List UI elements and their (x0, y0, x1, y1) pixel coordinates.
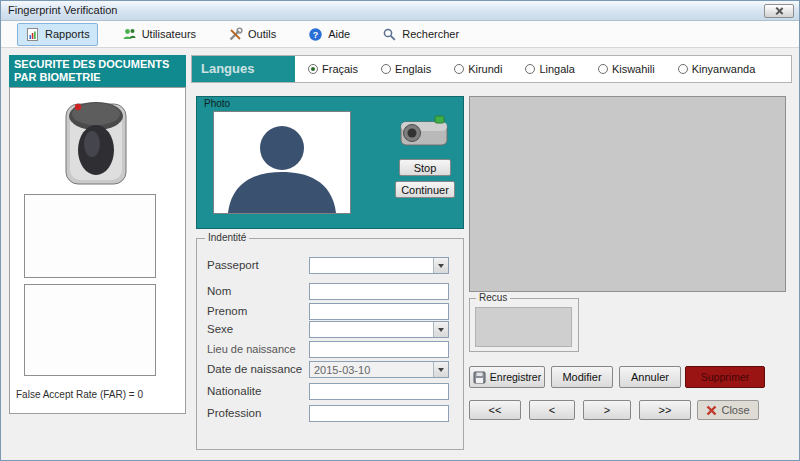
menu-item-aide[interactable]: ? Aide (300, 23, 358, 46)
radio-icon (454, 64, 464, 74)
radio-icon (381, 64, 391, 74)
menu-item-utilisateurs[interactable]: Utilisateurs (114, 23, 204, 46)
close-form-label: Close (721, 404, 749, 416)
radio-label: Lingala (539, 63, 574, 75)
camera-icon (393, 111, 453, 151)
profession-input[interactable] (309, 405, 449, 422)
recus-group-label: Recus (476, 292, 510, 303)
passeport-combo[interactable] (309, 257, 449, 274)
nationalite-input[interactable] (309, 383, 449, 400)
radio-englais[interactable]: Englais (381, 63, 431, 75)
save-button[interactable]: Enregistrer (469, 366, 545, 388)
nav-previous-button[interactable]: < (529, 400, 575, 420)
report-icon (25, 27, 40, 42)
cancel-button[interactable]: Annuler (619, 366, 681, 388)
profession-label: Profession (207, 407, 261, 419)
window-title: Fingerprint Verification (8, 4, 117, 16)
stop-button[interactable]: Stop (399, 159, 451, 176)
delete-button-label: Supprimer (701, 371, 749, 383)
svg-text:?: ? (313, 30, 319, 40)
person-silhouette-icon (214, 112, 350, 213)
menu-item-label: Outils (248, 28, 276, 40)
sexe-label: Sexe (207, 323, 233, 335)
radio-icon (598, 64, 608, 74)
red-x-icon (706, 405, 717, 416)
fingerprint-scanner-image (40, 92, 152, 190)
sidebar-header-line1: SECURITE DES DOCUMENTS (14, 58, 181, 71)
tools-icon (228, 27, 243, 42)
menu-item-outils[interactable]: Outils (220, 23, 284, 46)
dropdown-arrow-icon (433, 322, 448, 337)
window-close-button[interactable] (764, 4, 794, 18)
continue-button[interactable]: Continuer (395, 181, 455, 198)
modify-button-label: Modifier (562, 371, 601, 383)
sexe-combo[interactable] (309, 321, 449, 338)
language-options: Fraçais Englais Kirundi Lingala Kiswahil… (308, 56, 791, 82)
calendar-dropdown-icon (433, 362, 448, 377)
main-area: Photo Stop Continuer Indentité Pass (191, 88, 792, 458)
search-icon (382, 27, 397, 42)
cancel-button-label: Annuler (631, 371, 669, 383)
users-icon (122, 27, 137, 42)
recus-group: Recus (469, 298, 579, 352)
prenom-input[interactable] (309, 303, 449, 320)
delete-button[interactable]: Supprimer (685, 366, 765, 388)
photo-group: Photo Stop Continuer (196, 96, 464, 229)
fingerprint-capture-box-1 (24, 194, 156, 278)
menubar: Rapports Utilisateurs Outils ? (1, 21, 799, 48)
date-label: Date de naissance (207, 363, 302, 375)
identity-group: Indentité Passeport Nom Prenom Sexe Lieu… (196, 238, 464, 450)
identity-group-label: Indentité (205, 232, 249, 243)
date-value: 2015-03-10 (314, 364, 370, 376)
menu-item-label: Aide (328, 28, 350, 40)
language-bar: Langues Fraçais Englais Kirundi Lingala … (191, 55, 792, 83)
radio-label: Fraçais (322, 63, 358, 75)
close-form-button[interactable]: Close (697, 400, 759, 420)
menu-item-rapports[interactable]: Rapports (17, 23, 98, 46)
nationalite-label: Nationalite (207, 385, 261, 397)
radio-label: Kirundi (468, 63, 502, 75)
nav-next-button[interactable]: > (583, 400, 631, 420)
fingerprint-capture-box-2 (24, 284, 156, 376)
radio-label: Englais (395, 63, 431, 75)
app-window: Fingerprint Verification Rapports Utilis… (0, 0, 800, 461)
sidebar-header: SECURITE DES DOCUMENTS PAR BIOMETRIE (9, 55, 186, 87)
dropdown-arrow-icon (433, 258, 448, 273)
menu-item-label: Rechercher (402, 28, 459, 40)
nav-last-button[interactable]: >> (639, 400, 691, 420)
radio-kiswahili[interactable]: Kiswahili (598, 63, 655, 75)
modify-button[interactable]: Modifier (551, 366, 613, 388)
date-picker[interactable]: 2015-03-10 (309, 361, 449, 378)
far-label: False Accept Rate (FAR) = 0 (16, 389, 143, 400)
menu-item-rechercher[interactable]: Rechercher (374, 23, 467, 46)
sidebar-panel: False Accept Rate (FAR) = 0 (9, 87, 186, 414)
nav-first-button[interactable]: << (469, 400, 521, 420)
titlebar: Fingerprint Verification (1, 1, 799, 21)
close-icon (776, 8, 783, 15)
passeport-label: Passeport (207, 259, 259, 271)
prenom-label: Prenom (207, 305, 247, 317)
radio-label: Kiswahili (612, 63, 655, 75)
help-icon: ? (308, 27, 323, 42)
radio-icon (308, 64, 318, 74)
save-button-label: Enregistrer (490, 371, 541, 383)
nom-label: Nom (207, 285, 231, 297)
nav-next-label: > (604, 404, 610, 416)
nom-input[interactable] (309, 283, 449, 300)
save-icon (473, 371, 486, 384)
radio-label: Kinyarwanda (692, 63, 756, 75)
lieu-label: Lieu de naissance (207, 343, 296, 355)
photo-preview (213, 111, 351, 214)
radio-francais[interactable]: Fraçais (308, 63, 358, 75)
sidebar-header-line2: PAR BIOMETRIE (14, 71, 181, 84)
language-bar-title: Langues (192, 56, 295, 82)
nav-last-label: >> (659, 404, 672, 416)
lieu-input[interactable] (309, 341, 449, 358)
nav-previous-label: < (549, 404, 555, 416)
radio-lingala[interactable]: Lingala (525, 63, 574, 75)
camera-preview-panel (469, 96, 786, 292)
radio-icon (525, 64, 535, 74)
menu-item-label: Rapports (45, 28, 90, 40)
radio-kirundi[interactable]: Kirundi (454, 63, 502, 75)
radio-kinyarwanda[interactable]: Kinyarwanda (678, 63, 756, 75)
